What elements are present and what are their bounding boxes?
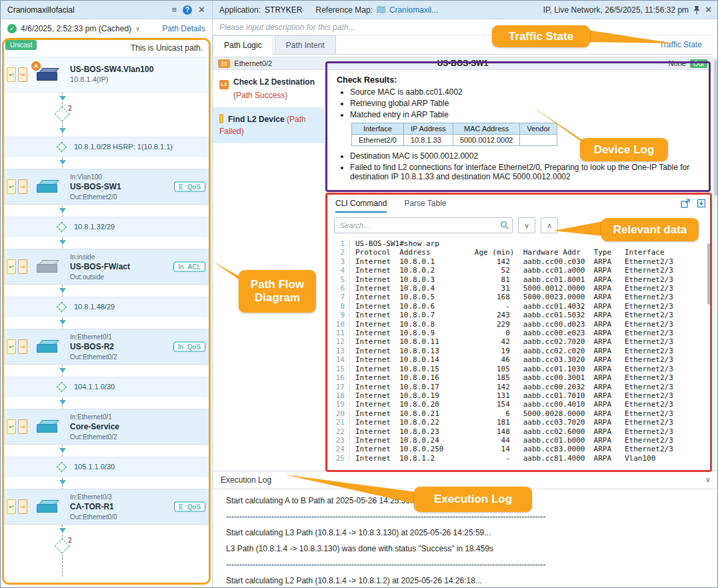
- close-icon[interactable]: ✕: [198, 5, 205, 14]
- flow-arrow-icon: [59, 96, 66, 101]
- step-bar-icon: [219, 114, 223, 123]
- cli-output-line: 8Internet 10.8.0.6 - aabb.cc01.4032 ARPA…: [330, 302, 706, 311]
- device-node[interactable]: In:Ethernet0/3 CA-TOR-R1 Out:Ethernet0/0…: [3, 489, 209, 525]
- device-icon: [37, 419, 59, 434]
- device-icon: [37, 339, 59, 354]
- cli-output-line: 24Internet 10.8.0.250 14 aabb.cc83.0000 …: [330, 445, 706, 453]
- collapse-chevron-icon[interactable]: ∨: [705, 475, 711, 484]
- check-results-title: Check Results:: [337, 75, 702, 85]
- close-icon[interactable]: ✕: [705, 5, 712, 14]
- tab-path-logic[interactable]: Path Logic: [213, 35, 273, 55]
- execution-log-line: ----------------------------------------…: [226, 560, 666, 569]
- main-tabs: Path Logic Path Intent Traffic State: [213, 35, 713, 55]
- tab-path-intent[interactable]: Path Intent: [275, 35, 336, 54]
- path-node-source[interactable]: A US-BOS-SW4.Vlan100 10.8.1.4(IP): [3, 57, 209, 93]
- traffic-card-out-icon: [18, 259, 27, 274]
- cli-output-line: 25Internet 10.8.1.2 - aabb.cc81.4000 ARP…: [330, 454, 706, 463]
- execution-log-lines: Start calculating A to B Path at 2025-05…: [213, 488, 718, 585]
- cli-output-line: 13Internet 10.8.0.13 19 aabb.cc02.c020 A…: [330, 347, 706, 355]
- tab-parse-table[interactable]: Parse Table: [404, 195, 446, 213]
- network-node[interactable]: 104.1.1.0/30: [3, 377, 209, 397]
- execution-log-line: Start calculating L2 Path (10.8.1.4 -> 1…: [226, 576, 666, 585]
- cli-output-line: 21Internet 10.8.0.22 181 aabb.cc03.7020 …: [330, 418, 706, 427]
- cli-scrollbar-thumb[interactable]: [707, 243, 711, 305]
- flow-arrow-icon: [59, 128, 66, 133]
- device-node[interactable]: In:inside US-BOS-FW/act Out:outside InAC…: [3, 249, 209, 285]
- traffic-card-in-icon: [7, 499, 16, 514]
- execution-log-line: L3 Path (10.8.1.4 -> 10.8.3.130) was don…: [226, 544, 666, 553]
- device-node[interactable]: In:Ethernet0/1 Core-Service Out:Ethernet…: [3, 409, 209, 445]
- out-interface: Out:Ethernet2/0: [70, 193, 117, 201]
- device-node[interactable]: In:Ethernet0/1 US-BOS-R2 Out:Ethernet0/2…: [3, 329, 209, 365]
- network-label: 10.8.1.32/29: [74, 223, 115, 231]
- flow-arrow-icon: [59, 480, 66, 485]
- reference-map-link[interactable]: Craniomaxil...: [389, 5, 438, 15]
- traffic-state-link[interactable]: Traffic State: [659, 40, 702, 49]
- collapsed-hops-top[interactable]: 2: [3, 105, 209, 125]
- policy-badge[interactable]: EQoS: [174, 502, 205, 512]
- logic-step-check-l2[interactable]: L2Check L2 Destination (Path Success): [213, 70, 325, 107]
- logic-step-find-l2[interactable]: Find L2 Device (Path Failed): [213, 107, 325, 143]
- device-icon: [37, 259, 59, 274]
- network-node[interactable]: 10.8.1.32/29: [3, 217, 209, 237]
- main-scrollbar[interactable]: [713, 57, 718, 471]
- network-node[interactable]: 105.1.1.0/30: [3, 457, 209, 477]
- network-label: 10.8.1.0/28 HSRP: 1(10.8.1.1): [74, 143, 173, 151]
- pin-icon[interactable]: [693, 5, 701, 15]
- traffic-card-in-icon: [7, 419, 16, 434]
- network-label: 10.8.1.48/29: [74, 303, 115, 311]
- flow-arrow-icon: [59, 320, 66, 325]
- check-result-item: Source MAC is aabb.cc01.4002: [350, 87, 702, 97]
- device-name: US-BOS-R2: [70, 342, 114, 351]
- cached-check-icon: ✓: [7, 24, 17, 33]
- cli-output-line: 14Internet 10.8.0.14 46 aabb.cc03.3020 A…: [330, 355, 706, 364]
- cli-output-line: 17Internet 10.8.0.17 142 aabb.cc00.2032 …: [330, 383, 706, 391]
- path-description-input[interactable]: Please input description for this path..…: [213, 19, 713, 35]
- path-status-row: ✓ 4/6/2025, 2:52:33 pm (Cached) ∨ Path D…: [1, 19, 212, 38]
- network-diamond-icon: [57, 222, 67, 233]
- l2-step-icon: L2: [219, 80, 229, 89]
- search-next-button[interactable]: ∨: [518, 217, 535, 233]
- cli-output-line: 15Internet 10.8.0.15 105 aabb.cc01.1030 …: [330, 365, 706, 373]
- hop-segments: 10.8.1.0/28 HSRP: 1(10.8.1.1) In:Vlan100…: [3, 137, 209, 537]
- search-prev-button[interactable]: ∧: [541, 217, 558, 233]
- switch-device-icon: [37, 67, 59, 82]
- collapsed-hops-bottom[interactable]: 2: [3, 537, 209, 557]
- main-scrollbar-thumb[interactable]: [714, 59, 718, 196]
- hop-header-bar: In Ethernet0/2 US-BOS-SW1 None Out: [213, 57, 713, 70]
- cli-search-input[interactable]: [334, 217, 513, 233]
- cli-output-line: 3Internet 10.8.0.1 142 aabb.cc00.c030 AR…: [330, 257, 706, 266]
- open-in-new-icon[interactable]: [681, 199, 690, 208]
- cli-output[interactable]: 1US-BOS-SW1#show arp 2Protocol Address A…: [330, 239, 706, 469]
- network-node[interactable]: 10.8.1.48/29: [3, 297, 209, 317]
- cli-output-line: 23Internet 10.8.0.24 44 aabb.cc01.b000 A…: [330, 436, 706, 445]
- cli-output-line: 1US-BOS-SW1#show arp: [330, 239, 706, 248]
- flow-arrow-icon: [59, 208, 66, 213]
- export-icon[interactable]: [697, 199, 706, 208]
- flow-arrow-icon: [59, 160, 66, 165]
- traffic-card-in-icon: [7, 339, 16, 354]
- menu-icon[interactable]: ≡: [172, 5, 177, 14]
- traffic-card-out-icon: [18, 179, 27, 194]
- out-interface: Out:Ethernet0/2: [70, 433, 117, 441]
- policy-badge[interactable]: InQoS: [173, 342, 205, 352]
- device-icon: [37, 179, 59, 194]
- device-ip: 10.8.1.4(IP): [70, 75, 108, 83]
- policy-badge[interactable]: EQoS: [174, 182, 205, 192]
- search-icon[interactable]: [500, 221, 509, 230]
- unicast-badge: Unicast: [5, 40, 37, 50]
- cli-panel: CLI Command Parse Table ∨ ∧ 1: [327, 195, 713, 471]
- check-results-list: Destination MAC is 5000.0012.0002Failed …: [350, 151, 702, 181]
- traffic-card-in-icon: [7, 259, 16, 274]
- network-node[interactable]: 10.8.1.0/28 HSRP: 1(10.8.1.1): [3, 137, 209, 157]
- policy-badge[interactable]: InACL: [173, 262, 205, 272]
- hop-count: 2: [67, 105, 73, 112]
- tab-cli-command[interactable]: CLI Command: [335, 195, 387, 213]
- arp-match-table: Interface IP Address MAC Address Vendor …: [351, 123, 557, 146]
- timestamp-caret-icon[interactable]: ∨: [135, 25, 140, 32]
- traffic-card-out-icon: [18, 499, 27, 514]
- help-icon[interactable]: ?: [183, 5, 192, 15]
- path-timestamp[interactable]: 4/6/2025, 2:52:33 pm (Cached): [21, 24, 131, 33]
- device-node[interactable]: In:Vlan100 US-BOS-SW1 Out:Ethernet2/0 EQ…: [3, 169, 209, 205]
- path-details-link[interactable]: Path Details: [162, 24, 205, 33]
